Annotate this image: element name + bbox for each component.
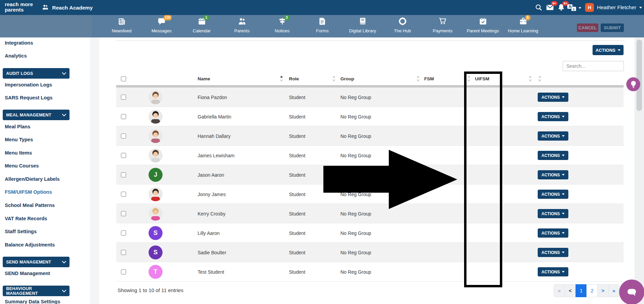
column-header-group[interactable]: Group (340, 76, 354, 81)
sidebar-item-school-meal-patterns[interactable]: School Meal Patterns (5, 203, 83, 208)
chat-button[interactable] (619, 279, 644, 304)
sidebar-item-menu-courses[interactable]: Menu Courses (5, 163, 83, 169)
row-actions-button[interactable]: ACTIONS (538, 209, 568, 218)
notices-icon: 3 (278, 17, 287, 26)
sort-arrows-icon[interactable] (467, 76, 471, 82)
nav-item-label: Digital Library (343, 28, 382, 33)
user-menu[interactable]: H Heather Fletcher (585, 3, 642, 12)
row-actions-button[interactable]: ACTIONS (538, 131, 568, 141)
row-checkbox[interactable] (121, 95, 126, 100)
school-selector[interactable]: Reach Academy (42, 3, 93, 12)
sidebar-item-fsm-uifsm-options[interactable]: FSM/UIFSM Options (5, 189, 83, 195)
sidebar-section-meal-management[interactable]: MEAL MANAGEMENT (3, 110, 70, 120)
search-input[interactable] (563, 61, 624, 71)
sidebar-section-behaviour-management[interactable]: BEHAVIOUR MANAGEMENT (3, 286, 70, 296)
page-next[interactable]: > (597, 284, 609, 297)
nav-item-digital-library[interactable]: Digital Library (343, 17, 382, 33)
cell-role: Student (289, 95, 305, 100)
select-all-checkbox[interactable] (121, 76, 126, 81)
sidebar-item-integrations[interactable]: Integrations (5, 40, 83, 46)
row-actions-label: ACTIONS (541, 211, 560, 216)
row-checkbox[interactable] (121, 269, 126, 274)
bell-icon[interactable]: 9+ (557, 3, 566, 12)
sort-arrows-icon[interactable] (538, 76, 541, 82)
row-actions-button[interactable]: ACTIONS (538, 93, 568, 102)
sidebar-section-send-management[interactable]: SEND MANAGEMENT (3, 257, 70, 267)
cell-role: Student (289, 230, 305, 236)
nav-item-messages[interactable]: 130Messages (142, 17, 181, 33)
cell-name: Lilly Aaron (198, 230, 220, 236)
row-actions-button[interactable]: ACTIONS (538, 151, 568, 160)
sort-arrows-icon[interactable] (333, 76, 336, 82)
nav-item-label: Forms (303, 28, 342, 33)
avatar-photo (149, 207, 163, 221)
nav-item-payments[interactable]: Payments (423, 17, 462, 33)
nav-badge: 8 (525, 15, 531, 20)
sidebar-item-allergen-dietary-labels[interactable]: Allergen/Dietary Labels (5, 176, 83, 182)
row-checkbox[interactable] (121, 153, 126, 158)
sidebar-item-menu-types[interactable]: Menu Types (5, 137, 83, 142)
avatar-initial: J (149, 168, 163, 182)
sidebar-section-audit-logs[interactable]: AUDIT LOGS (3, 68, 70, 79)
page-2[interactable]: 2 (586, 284, 598, 297)
mail-icon[interactable]: 9+ (546, 3, 554, 12)
nav-item-forms[interactable]: Forms (303, 17, 342, 33)
cell-role: Student (289, 153, 305, 158)
help-bulb-button[interactable] (626, 77, 640, 91)
row-checkbox[interactable] (121, 211, 126, 216)
page-1[interactable]: 1 (576, 284, 587, 297)
row-actions-button[interactable]: ACTIONS (538, 248, 568, 257)
sidebar-item-vat-rate-records[interactable]: VAT Rate Records (5, 216, 83, 221)
row-actions-button[interactable]: ACTIONS (538, 112, 568, 121)
chevron-down-icon (562, 213, 565, 214)
sidebar-item-meal-plans[interactable]: Meal Plans (5, 124, 83, 129)
bulk-actions-button[interactable]: ACTIONS (593, 45, 624, 55)
row-actions-button[interactable]: ACTIONS (538, 267, 568, 276)
page-prev[interactable]: < (565, 284, 576, 297)
row-checkbox[interactable] (121, 133, 126, 139)
app-logo[interactable]: reach more parents (5, 2, 33, 13)
cancel-button[interactable]: CANCEL (577, 23, 598, 32)
page-scrollbar-thumb[interactable] (637, 39, 642, 111)
row-actions-button[interactable]: ACTIONS (538, 228, 568, 238)
row-checkbox[interactable] (121, 192, 126, 197)
nav-item-parent-meetings[interactable]: Parent Meetings (463, 17, 503, 33)
column-header-fsm[interactable]: FSM (424, 76, 434, 81)
sidebar-item-impersonation-logs[interactable]: Impersonation Logs (5, 82, 83, 87)
sidebar-item-summary-data-settings[interactable]: Summary Data Settings (5, 299, 83, 304)
nav-item-calendar[interactable]: 1Calendar (182, 17, 221, 33)
page-last[interactable]: » (608, 284, 619, 297)
page-first[interactable]: « (554, 284, 565, 297)
sidebar-item-send-management[interactable]: SEND Management (5, 271, 83, 276)
sidebar-item-staff-settings[interactable]: Staff Settings (5, 229, 83, 234)
row-actions-button[interactable]: ACTIONS (538, 170, 568, 179)
nav-item-notices[interactable]: 3Notices (262, 17, 302, 33)
row-actions-button[interactable]: ACTIONS (538, 190, 568, 199)
column-header-name[interactable]: Name (198, 76, 210, 81)
search-icon[interactable] (534, 3, 543, 12)
sidebar-item-balance-adjustments[interactable]: Balance Adjustments (5, 242, 83, 247)
submit-button[interactable]: SUBMIT (601, 23, 624, 32)
column-header-uifsm[interactable]: UIFSM (475, 76, 489, 81)
lightbulb-icon (629, 80, 638, 89)
nav-item-newsfeed[interactable]: Newsfeed (102, 17, 141, 33)
column-header-role[interactable]: Role (289, 76, 299, 81)
sidebar-item-analytics[interactable]: Analytics (5, 53, 83, 59)
sidebar-item-menu-items[interactable]: Menu Items (5, 150, 83, 156)
sort-arrows-icon[interactable] (417, 76, 420, 82)
sort-arrows-icon[interactable] (280, 76, 283, 82)
nav-item-parents[interactable]: Parents (222, 17, 262, 33)
avatar-initial: S (149, 245, 163, 259)
nav-item-home-learning[interactable]: 8Home Learning (503, 17, 543, 33)
logo-line1: reach more (5, 2, 33, 7)
sort-arrows-icon[interactable] (529, 76, 532, 82)
row-checkbox[interactable] (121, 230, 126, 236)
row-checkbox[interactable] (121, 172, 126, 177)
language-menu[interactable]: Az (567, 4, 581, 12)
newsfeed-icon (117, 17, 126, 26)
nav-item-the-hub[interactable]: The Hub (383, 17, 422, 33)
row-checkbox[interactable] (121, 114, 126, 119)
row-checkbox[interactable] (121, 250, 126, 255)
chevron-down-icon (62, 71, 66, 76)
sidebar-item-sars-request-logs[interactable]: SARS Request Logs (5, 95, 83, 100)
